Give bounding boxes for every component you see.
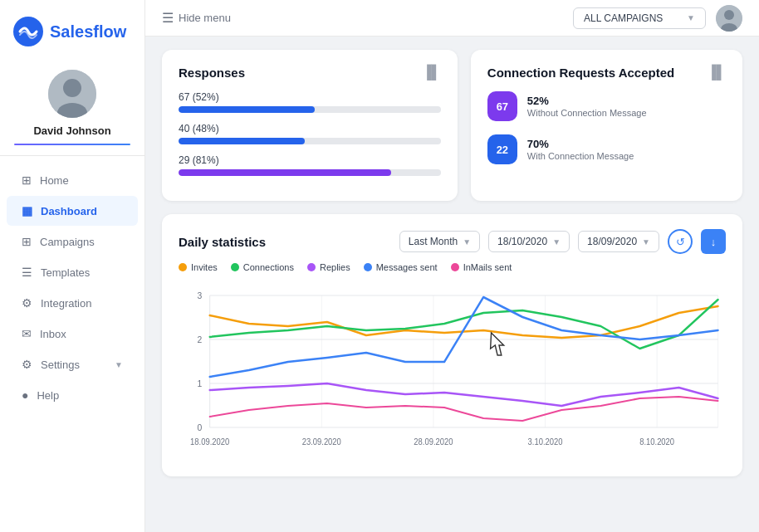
date-from-dropdown[interactable]: 18/10/2020 ▼ (488, 231, 570, 252)
bar-fill-1 (179, 138, 305, 144)
sidebar-item-campaigns[interactable]: ⊞ Campaigns (7, 227, 138, 256)
sidebar-item-label: Templates (41, 266, 90, 279)
sidebar-item-label: Inbox (40, 328, 66, 340)
conn-badge-1: 22 (487, 134, 517, 164)
main-area: ☰ Hide menu ALL CAMPAIGNS ▼ Re (145, 0, 759, 532)
bar-fill-2 (179, 169, 391, 176)
chart-svg: 3 2 1 0 18.09.2020 23.09.2020 28.09.2020 (179, 279, 726, 461)
daily-stats-card: Daily statistics Last Month ▼ 18/10/2020… (162, 214, 742, 476)
inbox-icon: ✉ (22, 327, 32, 340)
sidebar-item-templates[interactable]: ☰ Templates (7, 257, 138, 287)
legend-dot-messages (364, 263, 372, 271)
user-divider (14, 144, 130, 145)
app-name: Salesflow (50, 22, 126, 41)
download-button[interactable]: ↓ (701, 229, 726, 254)
line-inmails (210, 397, 718, 421)
conn-badge-0: 67 (487, 91, 517, 121)
legend-dot-inmails (451, 263, 459, 271)
svg-text:3: 3 (197, 290, 202, 300)
sidebar-item-inbox[interactable]: ✉ Inbox (7, 319, 138, 349)
legend-label-inmails: InMails sent (463, 262, 512, 272)
daily-stats-header: Daily statistics Last Month ▼ 18/10/2020… (179, 229, 726, 254)
svg-text:3.10.2020: 3.10.2020 (528, 437, 563, 447)
nav-menu: ⊞ Home ▦ Dashboard ⊞ Campaigns ☰ Templat… (0, 164, 144, 411)
svg-text:8.10.2020: 8.10.2020 (639, 437, 674, 447)
sidebar-item-label: Integration (41, 297, 91, 310)
main-content: Responses ▐▌ 67 (52%) 40 (48%) 29 ( (145, 37, 759, 532)
cards-row: Responses ▐▌ 67 (52%) 40 (48%) 29 ( (162, 50, 742, 201)
dashboard-icon: ▦ (22, 204, 32, 217)
bar-item-1: 40 (48%) (179, 123, 441, 144)
conn-percent-1: 70% (527, 138, 634, 150)
bar-label-1: 40 (48%) (179, 123, 441, 134)
chevron-down-icon: ▼ (687, 13, 695, 22)
templates-icon: ☰ (22, 266, 32, 279)
date-to-dropdown[interactable]: 18/09/2020 ▼ (578, 231, 659, 252)
legend-replies: Replies (307, 262, 350, 272)
bar-item-0: 67 (52%) (179, 91, 441, 113)
svg-text:1: 1 (197, 378, 202, 388)
conn-info-1: 70% With Connection Message (527, 138, 634, 161)
campaign-select-label: ALL CAMPAIGNS (584, 12, 663, 24)
sidebar-item-label: Dashboard (41, 205, 97, 217)
user-area: David Johnson (0, 55, 144, 156)
home-icon: ⊞ (22, 173, 32, 187)
connection-card-header: Connection Requests Accepted ▐▌ (487, 65, 726, 80)
legend-messages: Messages sent (364, 262, 438, 272)
settings-label-wrap: ⚙ Settings (22, 358, 80, 371)
refresh-icon: ↺ (676, 236, 685, 248)
date-to-label: 18/09/2020 (587, 236, 637, 247)
chart-icon[interactable]: ▐▌ (422, 65, 441, 80)
avatar (48, 70, 96, 118)
svg-text:0: 0 (197, 422, 202, 432)
download-icon: ↓ (711, 236, 717, 248)
legend-invites: Invites (179, 262, 218, 272)
chart-legend: Invites Connections Replies Messages sen… (179, 262, 726, 272)
sidebar-item-help[interactable]: ● Help (7, 380, 138, 410)
hide-menu-button[interactable]: ☰ Hide menu (162, 10, 231, 26)
bar-label-0: 67 (52%) (179, 91, 441, 103)
line-invites (210, 306, 718, 338)
responses-title: Responses (179, 66, 245, 80)
help-icon: ● (22, 388, 28, 402)
responses-card-header: Responses ▐▌ (179, 65, 441, 80)
connection-chart-icon[interactable]: ▐▌ (707, 65, 726, 80)
topbar: ☰ Hide menu ALL CAMPAIGNS ▼ (145, 0, 759, 37)
conn-item-1: 22 70% With Connection Message (487, 134, 726, 164)
campaign-select-dropdown[interactable]: ALL CAMPAIGNS ▼ (573, 7, 706, 29)
chevron-down-icon: ▼ (552, 237, 561, 246)
sidebar-item-label: Settings (41, 359, 80, 371)
sidebar-item-label: Help (37, 389, 59, 402)
sidebar-item-integration[interactable]: ⚙ Integration (7, 288, 138, 318)
sidebar-item-home[interactable]: ⊞ Home (7, 165, 138, 195)
line-chart: 3 2 1 0 18.09.2020 23.09.2020 28.09.2020 (179, 279, 726, 461)
user-name: David Johnson (33, 124, 110, 137)
topbar-right: ALL CAMPAIGNS ▼ (573, 5, 742, 32)
filter-select-dropdown[interactable]: Last Month ▼ (399, 231, 480, 252)
line-connections (210, 300, 718, 349)
salesflow-logo-icon (13, 17, 43, 46)
connection-card: Connection Requests Accepted ▐▌ 67 52% W… (471, 50, 742, 201)
legend-dot-replies (307, 263, 316, 271)
date-from-label: 18/10/2020 (497, 236, 547, 247)
sidebar-item-dashboard[interactable]: ▦ Dashboard (7, 196, 138, 226)
bar-track-0 (179, 106, 441, 113)
integration-icon: ⚙ (22, 296, 32, 310)
sidebar: Salesflow David Johnson ⊞ Home ▦ Dashboa… (0, 0, 145, 532)
bar-track-2 (179, 169, 441, 176)
chevron-down-icon: ▼ (463, 237, 471, 246)
chevron-down-icon: ▼ (115, 360, 123, 369)
legend-dot-connections (231, 263, 239, 271)
refresh-button[interactable]: ↺ (668, 229, 693, 254)
filter-label: Last Month (409, 236, 458, 247)
svg-text:2: 2 (197, 334, 202, 344)
line-messages (210, 297, 718, 377)
sidebar-item-settings[interactable]: ⚙ Settings ▼ (7, 349, 138, 379)
conn-percent-0: 52% (527, 95, 647, 107)
svg-text:28.09.2020: 28.09.2020 (414, 437, 453, 447)
daily-stats-title: Daily statistics (179, 235, 391, 249)
logo-area: Salesflow (0, 8, 144, 55)
bar-track-1 (179, 138, 441, 144)
sidebar-item-label: Home (40, 174, 69, 187)
topbar-user-avatar[interactable] (716, 5, 742, 32)
